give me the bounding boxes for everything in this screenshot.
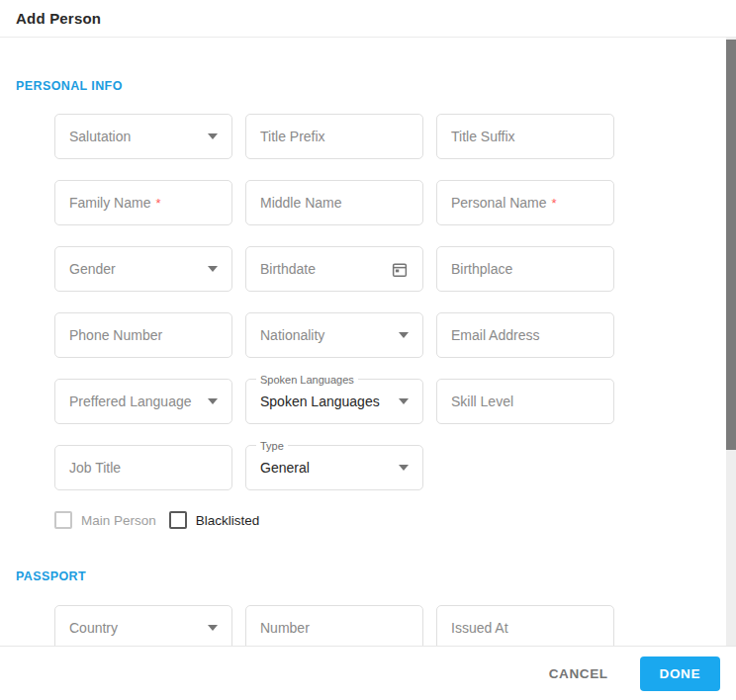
personal-name-placeholder: Personal Name <box>451 195 547 211</box>
country-select[interactable]: Country <box>54 605 232 646</box>
birthdate-placeholder: Birthdate <box>260 261 316 277</box>
email-address-input[interactable]: Email Address <box>436 312 614 358</box>
middle-name-placeholder: Middle Name <box>260 195 341 211</box>
dialog-body: PERSONAL INFO Salutation Title Prefix Ti… <box>0 38 736 646</box>
section-label-passport: PASSPORT <box>16 569 736 583</box>
checkbox-row: Main Person Blacklisted <box>54 511 736 529</box>
scrollbar-track[interactable] <box>726 38 736 646</box>
salutation-select[interactable]: Salutation <box>54 114 232 159</box>
salutation-placeholder: Salutation <box>69 129 131 144</box>
main-person-checkbox-item: Main Person <box>54 511 156 529</box>
empty-grid-cell <box>436 445 614 490</box>
skill-level-input[interactable]: Skill Level <box>436 379 614 424</box>
cancel-button[interactable]: CANCEL <box>543 658 614 689</box>
blacklisted-checkbox-label: Blacklisted <box>196 513 260 528</box>
email-address-placeholder: Email Address <box>451 327 539 343</box>
phone-number-placeholder: Phone Number <box>69 327 162 343</box>
chevron-down-icon <box>399 398 409 404</box>
required-marker: * <box>155 196 160 211</box>
type-select[interactable]: Type General <box>245 445 423 490</box>
chevron-down-icon <box>208 398 218 404</box>
phone-number-input[interactable]: Phone Number <box>54 312 232 358</box>
spoken-languages-value: Spoken Languages <box>260 394 380 409</box>
middle-name-input[interactable]: Middle Name <box>245 180 423 225</box>
datepicker-toggle-button[interactable] <box>391 260 409 279</box>
preffered-language-select[interactable]: Preffered Language <box>54 379 232 424</box>
required-marker: * <box>552 196 557 211</box>
birthplace-input[interactable]: Birthplace <box>436 246 614 292</box>
issued-at-placeholder: Issued At <box>451 620 508 636</box>
dialog-footer: CANCEL DONE <box>0 646 736 700</box>
chevron-down-icon <box>399 465 409 471</box>
add-person-dialog: Add Person PERSONAL INFO Salutation Titl… <box>0 0 736 700</box>
chevron-down-icon <box>208 625 218 631</box>
country-placeholder: Country <box>69 620 118 636</box>
title-suffix-input[interactable]: Title Suffix <box>436 114 614 159</box>
birthdate-input[interactable]: Birthdate <box>245 246 423 292</box>
title-prefix-placeholder: Title Prefix <box>260 129 325 144</box>
family-name-input[interactable]: Family Name * <box>54 180 232 225</box>
nationality-select[interactable]: Nationality <box>245 312 423 358</box>
nationality-placeholder: Nationality <box>260 327 324 343</box>
passport-number-placeholder: Number <box>260 620 310 636</box>
spoken-languages-select[interactable]: Spoken Languages Spoken Languages <box>245 379 423 424</box>
family-name-placeholder: Family Name <box>69 195 150 211</box>
personal-name-input[interactable]: Personal Name * <box>436 180 614 225</box>
dialog-title: Add Person <box>16 10 101 27</box>
chevron-down-icon <box>399 332 409 338</box>
gender-select[interactable]: Gender <box>54 246 232 292</box>
personal-info-grid: Salutation Title Prefix Title Suffix Fam… <box>54 114 736 490</box>
title-prefix-input[interactable]: Title Prefix <box>245 114 423 159</box>
spoken-languages-label: Spoken Languages <box>256 374 358 386</box>
dialog-header: Add Person <box>0 0 736 38</box>
title-suffix-placeholder: Title Suffix <box>451 129 515 144</box>
job-title-input[interactable]: Job Title <box>54 445 232 490</box>
blacklisted-checkbox[interactable] <box>169 511 187 529</box>
main-person-checkbox <box>54 511 72 529</box>
passport-number-input[interactable]: Number <box>245 605 423 646</box>
type-value: General <box>260 460 310 476</box>
job-title-placeholder: Job Title <box>69 460 121 476</box>
section-label-personal-info: PERSONAL INFO <box>16 79 736 93</box>
chevron-down-icon <box>208 133 218 139</box>
calendar-icon <box>391 260 409 279</box>
birthplace-placeholder: Birthplace <box>451 261 512 277</box>
main-person-checkbox-label: Main Person <box>81 513 156 528</box>
issued-at-input[interactable]: Issued At <box>436 605 614 646</box>
skill-level-placeholder: Skill Level <box>451 394 513 409</box>
type-label: Type <box>256 440 288 452</box>
done-button[interactable]: DONE <box>640 656 720 691</box>
preffered-language-placeholder: Preffered Language <box>69 394 192 409</box>
passport-grid: Country Number Issued At <box>54 605 736 646</box>
blacklisted-checkbox-item: Blacklisted <box>169 511 260 529</box>
chevron-down-icon <box>208 266 218 272</box>
scrollbar-thumb[interactable] <box>726 40 736 450</box>
gender-placeholder: Gender <box>69 261 116 277</box>
